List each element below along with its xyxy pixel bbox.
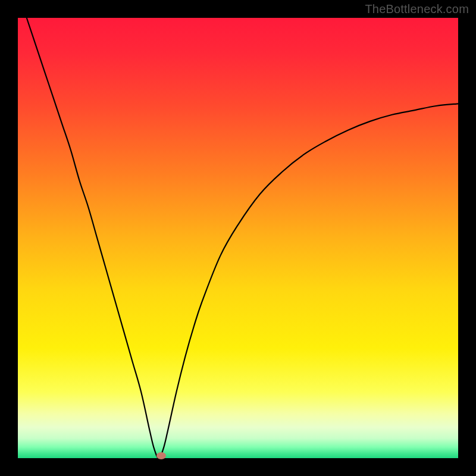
chart-container: TheBottleneck.com — [0, 0, 476, 476]
curve-layer — [18, 18, 458, 458]
plot-area — [18, 18, 458, 458]
optimum-marker — [156, 452, 166, 459]
bottleneck-curve — [27, 18, 458, 458]
watermark-label: TheBottleneck.com — [365, 2, 469, 16]
